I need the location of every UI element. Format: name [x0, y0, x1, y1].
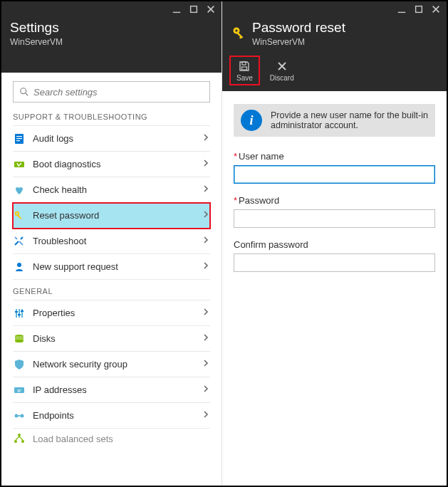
sidebar-item-ip[interactable]: IP IP addresses — [13, 377, 210, 403]
svg-point-26 — [21, 414, 24, 417]
username-field-group: *User name — [234, 151, 435, 184]
search-settings[interactable] — [13, 81, 210, 103]
endpoints-icon — [13, 409, 26, 422]
confirm-password-input[interactable] — [234, 253, 435, 272]
sidebar-item-label: Load balanced sets — [33, 434, 210, 444]
svg-point-22 — [15, 340, 24, 342]
sidebar-item-new-support[interactable]: New support request — [13, 254, 210, 280]
section-general-header: GENERAL — [13, 287, 210, 295]
sidebar-item-label: Reset password — [33, 210, 194, 221]
discard-button[interactable]: Discard — [264, 57, 300, 84]
chevron-right-icon — [202, 210, 210, 221]
sidebar-item-troubleshoot[interactable]: Troubleshoot — [13, 229, 210, 254]
sidebar-item-load-balanced[interactable]: Load balanced sets — [13, 429, 210, 449]
maximize-icon[interactable] — [414, 4, 424, 14]
chevron-right-icon — [202, 261, 210, 272]
sidebar-item-reset-password[interactable]: Reset password — [13, 203, 210, 229]
sidebar-item-boot-diagnostics[interactable]: Boot diagnostics — [13, 152, 210, 177]
password-field-group: *Password — [234, 195, 435, 228]
svg-rect-10 — [14, 162, 24, 167]
sidebar-item-properties[interactable]: Properties — [13, 300, 210, 326]
key-icon — [231, 26, 246, 41]
lb-icon — [13, 432, 26, 445]
sidebar-item-label: Audit logs — [33, 133, 194, 144]
svg-point-29 — [14, 440, 17, 443]
svg-rect-39 — [242, 62, 246, 65]
svg-point-12 — [16, 212, 18, 214]
svg-point-30 — [21, 440, 24, 443]
svg-point-4 — [21, 88, 26, 94]
discard-label: Discard — [270, 74, 294, 82]
blade-subtitle: WinServerVM — [10, 37, 63, 47]
settings-blade: Settings WinServerVM SUPPORT & TROUBLESH… — [1, 1, 222, 486]
sidebar-item-label: IP addresses — [33, 384, 194, 395]
maximize-icon[interactable] — [189, 4, 199, 14]
chevron-right-icon — [202, 184, 210, 195]
close-icon[interactable] — [206, 4, 216, 14]
svg-rect-20 — [21, 310, 24, 312]
username-input[interactable] — [234, 165, 435, 184]
svg-line-5 — [26, 93, 28, 96]
save-button[interactable]: Save — [231, 57, 259, 84]
save-label: Save — [236, 74, 253, 82]
sidebar-item-label: Disks — [33, 333, 194, 344]
heart-icon — [13, 184, 26, 197]
chevron-right-icon — [202, 410, 210, 421]
sidebar-item-label: New support request — [33, 261, 194, 272]
sidebar-item-endpoints[interactable]: Endpoints — [13, 403, 210, 429]
password-reset-blade: Password reset WinServerVM Save Discard … — [222, 1, 447, 486]
save-icon — [239, 61, 250, 72]
blade-title: Settings — [10, 20, 63, 36]
password-input[interactable] — [234, 209, 435, 228]
username-label: *User name — [234, 151, 435, 162]
chevron-right-icon — [202, 159, 210, 169]
info-icon: i — [241, 110, 262, 131]
svg-rect-13 — [17, 214, 21, 219]
confirm-label: Confirm password — [234, 239, 435, 250]
sidebar-item-nsg[interactable]: Network security group — [13, 352, 210, 377]
log-icon — [13, 132, 26, 145]
sidebar-item-label: Troubleshoot — [33, 236, 194, 246]
blade-title: Password reset — [252, 20, 345, 36]
sidebar-item-label: Check health — [33, 184, 194, 195]
svg-point-14 — [17, 263, 21, 267]
svg-point-28 — [18, 434, 21, 436]
svg-rect-1 — [191, 6, 197, 13]
svg-point-25 — [15, 414, 19, 417]
properties-icon — [13, 307, 26, 320]
chevron-right-icon — [202, 359, 210, 370]
section-support-header: SUPPORT & TROUBLESHOOTING — [13, 112, 210, 121]
search-icon — [19, 87, 29, 97]
svg-rect-32 — [416, 6, 422, 13]
svg-point-36 — [235, 29, 237, 31]
minimize-icon[interactable] — [172, 4, 182, 14]
sidebar-item-check-health[interactable]: Check health — [13, 177, 210, 203]
svg-rect-16 — [19, 309, 20, 318]
minimize-icon[interactable] — [397, 4, 407, 14]
disks-icon — [13, 332, 26, 345]
settings-header: Settings WinServerVM — [1, 1, 222, 73]
sidebar-item-label: Endpoints — [33, 410, 194, 421]
support-icon — [13, 261, 26, 273]
svg-rect-7 — [16, 136, 22, 137]
chevron-right-icon — [202, 308, 210, 318]
svg-rect-17 — [21, 309, 23, 318]
sidebar-item-label: Properties — [33, 308, 194, 318]
svg-rect-40 — [242, 67, 247, 70]
chevron-right-icon — [202, 236, 210, 246]
svg-rect-19 — [18, 314, 21, 315]
search-input[interactable] — [33, 87, 204, 98]
diagnostics-icon — [13, 158, 26, 171]
svg-rect-9 — [16, 140, 20, 141]
info-banner: i Provide a new user name for the built-… — [234, 104, 435, 137]
svg-rect-15 — [16, 309, 17, 318]
chevron-right-icon — [202, 333, 210, 344]
password-label: *Password — [234, 195, 435, 206]
close-icon[interactable] — [431, 4, 441, 14]
sidebar-item-label: Network security group — [33, 359, 194, 370]
password-reset-header: Password reset WinServerVM Save Discard — [222, 1, 447, 91]
sidebar-item-audit-logs[interactable]: Audit logs — [13, 126, 210, 152]
sidebar-item-disks[interactable]: Disks — [13, 326, 210, 352]
chevron-right-icon — [202, 133, 210, 144]
svg-rect-8 — [16, 138, 22, 139]
